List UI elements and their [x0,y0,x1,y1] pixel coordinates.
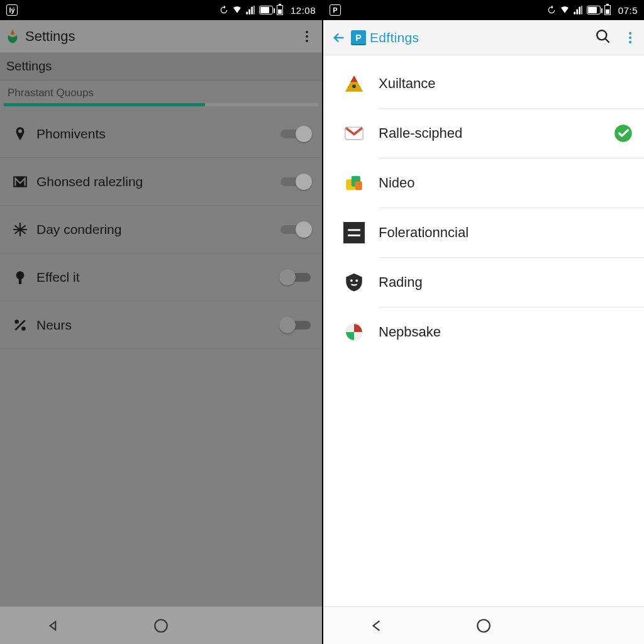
setting-row[interactable]: Phomivents [0,110,322,158]
overflow-menu-button[interactable] [299,29,314,44]
row-checked [614,223,633,242]
toggle-switch[interactable] [278,125,313,143]
nav-home-button[interactable] [472,614,495,637]
svg-point-7 [597,30,606,40]
brand-badge-icon: P [351,30,366,45]
svg-point-18 [355,279,358,282]
status-app-badge: P [330,4,341,16]
app-label: Rading [367,274,614,291]
check-icon [614,124,633,143]
battery-horizontal-icon [587,6,601,14]
svg-point-20 [477,619,490,632]
nav-home-button[interactable] [150,614,172,637]
row-checked [614,74,633,93]
nav-back-button[interactable] [365,614,388,637]
svg-point-8 [352,84,356,88]
status-clock: 12:08 [291,5,316,16]
subcategory-label: Phrastant Quoups [0,80,322,103]
status-clock: 07:5 [618,5,638,16]
tree-icon [6,269,34,286]
sync-icon [219,5,229,15]
svg-rect-16 [348,235,360,236]
back-button[interactable] [330,28,348,47]
search-button[interactable] [595,28,611,47]
phone-right: P 07:5 P Edftings XuiltanceRalle-sciphed… [322,0,644,644]
app-row[interactable]: Xuiltance [323,59,644,108]
status-bar: P 07:5 [323,0,644,20]
sync-icon [547,5,557,15]
svg-point-1 [16,271,25,279]
battery-vertical-icon [277,5,283,15]
wifi-icon [560,6,569,14]
setting-row[interactable]: Ghonsed ralezling [0,158,322,206]
app-label: Xuiltance [367,75,614,92]
overflow-menu-button[interactable] [623,30,638,45]
app-bar: Settings [0,20,322,53]
svg-rect-14 [343,222,365,243]
nav-bar [0,606,322,644]
letter-m-icon [6,174,34,190]
battery-vertical-icon [604,5,611,15]
section-header: Settings [0,53,322,80]
signal-icon [573,5,583,15]
status-app-badge: lý [6,4,18,16]
settings-body: Settings Phrastant Quoups PhomiventsGhon… [0,53,322,606]
shield-app-icon [341,269,367,296]
setting-row[interactable]: Neurs [0,301,322,349]
gmail-icon [341,120,367,147]
app-label: Nideo [367,175,614,191]
files-app-icon [341,170,367,196]
status-icons: 07:5 [547,5,638,16]
app-row[interactable]: Nideo [323,158,644,208]
setting-label: Neurs [34,318,278,333]
toggle-switch[interactable] [278,173,313,191]
battery-horizontal-icon [259,6,273,14]
phone-left: lý 12:08 Settings Settings Phrastant Quo… [0,0,322,644]
toggle-switch[interactable] [278,269,313,286]
app-list: XuiltanceRalle-sciphedNideoFolerationnci… [323,55,644,606]
toggle-switch[interactable] [278,221,313,238]
app-row[interactable]: Ralle-sciphed [323,109,644,158]
progress-fill [4,103,205,106]
setting-label: Ghonsed ralezling [34,174,278,189]
row-checked [614,273,633,292]
svg-point-17 [350,279,353,282]
signal-icon [245,5,255,15]
row-checked [614,174,633,192]
app-row[interactable]: Rading [323,258,644,307]
wifi-icon [233,6,242,14]
status-icons: 12:08 [219,5,316,16]
percent-icon [6,317,34,333]
setting-row[interactable]: Effecl it [0,253,322,301]
app-logo-icon [4,28,21,45]
row-checked [614,323,633,341]
app-label: Folerationncial [367,225,614,241]
nav-back-button[interactable] [42,614,65,637]
circle-app-icon [341,319,367,345]
lines-app-icon [341,219,367,246]
row-checked [614,124,633,143]
app-bar-title: Edftings [370,30,419,45]
app-row[interactable]: Nepbsake [323,308,644,357]
app-label: Ralle-sciphed [367,125,614,142]
triangle-app-icon [341,70,367,97]
svg-point-4 [21,326,25,331]
svg-point-5 [155,619,167,632]
app-bar-title: Settings [25,28,75,45]
svg-rect-15 [348,229,360,231]
svg-rect-2 [19,279,21,284]
status-bar: lý 12:08 [0,0,322,20]
app-bar: P Edftings [323,20,644,55]
app-label: Nepbsake [367,324,614,340]
toggle-switch[interactable] [278,316,313,334]
svg-point-3 [14,319,18,323]
setting-label: Phomivents [34,126,278,142]
setting-label: Day condering [34,222,278,237]
setting-row[interactable]: Day condering [0,206,322,253]
nav-bar [323,606,644,644]
app-row[interactable]: Folerationncial [323,208,644,257]
svg-rect-13 [355,181,362,190]
progress-bar [4,103,318,106]
snowflake-icon [6,221,34,238]
pin-icon [6,126,34,142]
